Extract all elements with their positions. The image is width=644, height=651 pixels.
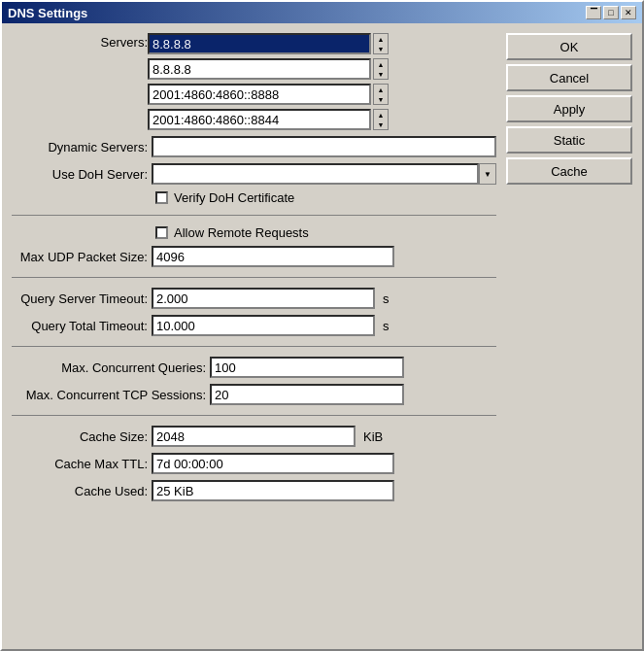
separator-4 [12,415,496,416]
spin-down-3[interactable]: ▼ [374,94,388,104]
side-panel: OK Cancel Apply Static Cache [506,33,632,639]
spin-up-4[interactable]: ▲ [374,110,388,120]
server-spin-4[interactable]: ▲ ▼ [373,109,389,130]
cache-size-label: Cache Size: [12,429,148,444]
spin-down-2[interactable]: ▼ [374,69,388,79]
dynamic-servers-input[interactable] [152,136,496,157]
cache-button[interactable]: Cache [506,157,632,185]
doh-dropdown: ▼ [152,163,496,185]
query-server-timeout-input[interactable] [152,288,375,309]
max-concurrent-tcp-input[interactable] [210,384,404,405]
cancel-button[interactable]: Cancel [506,64,632,91]
server-input-4[interactable] [148,109,371,130]
verify-doh-checkbox[interactable] [155,191,168,204]
spin-down-1[interactable]: ▼ [374,44,388,53]
max-udp-label: Max UDP Packet Size: [12,250,148,264]
cache-used-row: Cache Used: [12,480,496,501]
server-spin-1[interactable]: ▲ ▼ [373,33,389,54]
server-row-3: ▲ ▼ [148,84,496,105]
spin-up-3[interactable]: ▲ [374,85,388,94]
server-spin-2[interactable]: ▲ ▼ [373,58,389,80]
title-bar: DNS Settings ▔ □ ✕ [2,2,642,23]
dynamic-servers-label: Dynamic Servers: [12,140,148,154]
query-server-timeout-label: Query Server Timeout: [12,291,148,306]
servers-section: Servers: ▲ ▼ ▲ ▼ [12,33,496,130]
max-concurrent-queries-row: Max. Concurrent Queries: [12,357,496,378]
server-row-4: ▲ ▼ [148,109,496,130]
apply-button[interactable]: Apply [506,95,632,122]
ok-button[interactable]: OK [506,33,632,60]
server-input-2[interactable] [148,58,371,80]
separator-3 [12,346,496,347]
query-server-timeout-unit: s [383,291,390,306]
max-concurrent-tcp-row: Max. Concurrent TCP Sessions: [12,384,496,405]
verify-doh-label: Verify DoH Certificate [174,190,294,205]
query-total-timeout-row: Query Total Timeout: s [12,315,496,336]
query-server-timeout-row: Query Server Timeout: s [12,288,496,309]
allow-remote-checkbox[interactable] [155,226,168,239]
separator-1 [12,215,496,216]
doh-server-label: Use DoH Server: [12,167,148,182]
content-area: Servers: ▲ ▼ ▲ ▼ [2,23,642,649]
spin-down-4[interactable]: ▼ [374,120,388,129]
allow-remote-label: Allow Remote Requests [174,225,309,240]
allow-remote-row: Allow Remote Requests [155,225,496,240]
doh-input[interactable] [152,163,479,185]
minimize-button[interactable]: ▔ [586,6,601,19]
separator-2 [12,277,496,278]
server-spin-3[interactable]: ▲ ▼ [373,84,389,105]
spin-up-1[interactable]: ▲ [374,34,388,44]
close-button[interactable]: ✕ [621,6,636,19]
doh-dropdown-arrow[interactable]: ▼ [479,163,496,185]
dynamic-servers-row: Dynamic Servers: [12,136,496,157]
main-panel: Servers: ▲ ▼ ▲ ▼ [12,33,496,639]
window-title: DNS Settings [8,6,87,20]
cache-size-unit: KiB [363,429,383,444]
cache-size-row: Cache Size: KiB [12,426,496,447]
cache-max-ttl-row: Cache Max TTL: [12,453,496,474]
spin-up-2[interactable]: ▲ [374,59,388,69]
cache-max-ttl-input[interactable] [152,453,394,474]
window-controls: ▔ □ ✕ [586,6,636,19]
max-concurrent-queries-input[interactable] [210,357,404,378]
cache-size-input[interactable] [152,426,356,447]
cache-used-label: Cache Used: [12,484,148,498]
server-row-1: ▲ ▼ [148,33,496,54]
query-total-timeout-unit: s [383,319,390,333]
verify-doh-row: Verify DoH Certificate [155,190,496,205]
server-input-1[interactable] [148,33,371,54]
max-udp-row: Max UDP Packet Size: [12,246,496,267]
max-concurrent-queries-label: Max. Concurrent Queries: [12,360,206,375]
servers-inputs: ▲ ▼ ▲ ▼ ▲ [148,33,496,130]
cache-max-ttl-label: Cache Max TTL: [12,457,148,471]
server-input-3[interactable] [148,84,371,105]
query-total-timeout-label: Query Total Timeout: [12,319,148,333]
maximize-button[interactable]: □ [603,6,619,19]
server-row-2: ▲ ▼ [148,58,496,80]
servers-label: Servers: [12,33,148,50]
doh-server-row: Use DoH Server: ▼ [12,163,496,185]
max-udp-input[interactable] [152,246,394,267]
cache-used-input [152,480,394,501]
dns-settings-window: DNS Settings ▔ □ ✕ Servers: ▲ ▼ [0,0,644,651]
query-total-timeout-input[interactable] [152,315,375,336]
max-concurrent-tcp-label: Max. Concurrent TCP Sessions: [12,388,206,402]
static-button[interactable]: Static [506,126,632,154]
